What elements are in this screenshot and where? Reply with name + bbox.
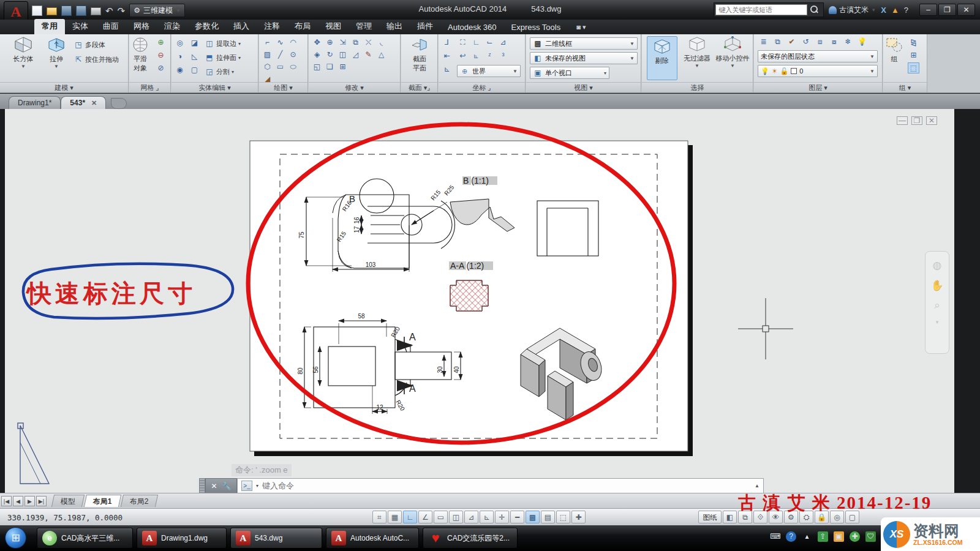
autoscale-icon[interactable]: ⚙ xyxy=(784,511,798,523)
ucs-named-icon[interactable]: ⊿ xyxy=(497,37,509,48)
layer-dropdown[interactable]: 💡 ☀ 🔓 0▼ xyxy=(758,65,878,77)
visual-style-dropdown[interactable]: ▩ 二维线框▼ xyxy=(530,37,638,50)
snap-toggle[interactable]: ⌗ xyxy=(372,511,386,523)
tab-layout2[interactable]: 布局2 xyxy=(121,495,158,507)
move-icon[interactable]: ✥ xyxy=(311,37,323,48)
input-method-icon[interactable]: ⌨ xyxy=(770,531,780,542)
polysolid-button[interactable]: ◳ 多段体 xyxy=(74,39,105,51)
stretch-icon[interactable]: ⇲ xyxy=(337,37,349,48)
quickview-drawings-icon[interactable]: ⧉ xyxy=(738,511,752,523)
tab-annotate[interactable]: 注释 xyxy=(257,19,287,34)
chamfer-icon[interactable]: ◿ xyxy=(350,49,361,60)
open-file-icon[interactable] xyxy=(47,7,57,15)
group-select-toggle-icon[interactable]: ⬚ xyxy=(908,62,919,73)
copy-icon[interactable]: ⧉ xyxy=(350,37,361,48)
transparency-toggle[interactable]: ▩ xyxy=(526,511,540,523)
layer-match-icon[interactable]: ⧉ xyxy=(772,36,783,47)
annotation-monitor-toggle[interactable]: ✚ xyxy=(571,511,586,523)
filter-button[interactable]: 无过滤器▼ xyxy=(680,36,714,69)
ucs-x-icon[interactable]: ⇤ xyxy=(441,50,453,61)
close-icon[interactable]: ✕ xyxy=(211,482,217,490)
layer-prev-icon[interactable]: ↺ xyxy=(800,36,812,47)
taskbar-item-543[interactable]: A 543.dwg xyxy=(230,528,322,549)
tab-output[interactable]: 输出 xyxy=(379,19,410,34)
tab-mesh[interactable]: 网格 xyxy=(126,19,157,34)
3drotate-icon[interactable]: ⊕ xyxy=(324,37,336,48)
group-edit-icon[interactable]: ⊞ xyxy=(908,50,919,61)
exchange-apps-icon[interactable]: X xyxy=(881,6,886,15)
ortho-toggle[interactable]: ∟ xyxy=(403,511,417,523)
app-menu-button[interactable]: A xyxy=(4,1,28,22)
panel-label-solid-editing[interactable]: 实体编辑 ▾ xyxy=(172,82,258,92)
tab-insert[interactable]: 插入 xyxy=(226,19,257,34)
redo-icon[interactable]: ↷ xyxy=(118,6,126,16)
updater-icon[interactable]: ▣ xyxy=(834,531,844,542)
panel-label-mesh[interactable]: 网格 ⌟ xyxy=(129,82,170,92)
polygon-icon[interactable]: ⬡ xyxy=(262,61,273,72)
steering-wheel-icon[interactable]: ◍ xyxy=(925,259,949,272)
panel-label-coordinates[interactable]: 坐标 ⌟ xyxy=(439,82,525,92)
line-icon[interactable]: ╱ xyxy=(274,49,286,60)
save-icon[interactable] xyxy=(61,6,72,16)
navigation-bar[interactable]: ◍ ✋ ⌕ ▾ xyxy=(925,251,949,354)
workspace-switch-icon[interactable]: ⛭ xyxy=(799,511,813,523)
osnap-toggle[interactable]: ▭ xyxy=(434,511,448,523)
box-button[interactable]: 长方体▼ xyxy=(9,37,38,69)
grid-toggle[interactable]: ▦ xyxy=(388,511,402,523)
panel-label-layers[interactable]: 图层 ▾ xyxy=(754,82,882,92)
ucs-icon[interactable]: ⅃ xyxy=(441,37,453,48)
plot-icon[interactable] xyxy=(91,7,101,15)
paper-model-toggle[interactable]: 图纸 xyxy=(698,511,722,523)
culling-button[interactable]: 剔除 xyxy=(647,36,677,80)
command-grip-handle[interactable] xyxy=(199,478,205,493)
signin-user[interactable]: 古滇艾米 ▼ xyxy=(829,5,876,15)
close-tab-icon[interactable]: ✕ xyxy=(91,99,97,107)
annotation-scale-icon[interactable]: ⟐ xyxy=(753,511,767,523)
help-tray-icon[interactable]: ? xyxy=(786,531,796,542)
subtract-icon[interactable]: ◑ xyxy=(174,51,186,62)
layer-properties-icon[interactable]: ≣ xyxy=(758,36,769,47)
layer-freeze-icon[interactable]: ❄ xyxy=(842,36,854,47)
search-icon[interactable] xyxy=(810,6,819,14)
panel-label-groups[interactable]: 组 ▾ xyxy=(883,82,927,92)
prev-layout-icon[interactable]: ◀ xyxy=(13,496,23,506)
isolate-objects-icon[interactable]: ◎ xyxy=(830,511,844,523)
tab-manage[interactable]: 管理 xyxy=(349,19,379,34)
dyn-toggle[interactable]: ✛ xyxy=(495,511,509,523)
usb-icon[interactable]: ⇪ xyxy=(818,531,828,542)
drawing-canvas[interactable]: 75 103 16 17 R16 R15 R15 R25 B B (1:1) xyxy=(5,109,954,493)
mesh-crease-icon[interactable]: ⊘ xyxy=(155,62,167,73)
ducs-toggle[interactable]: ⊾ xyxy=(480,511,494,523)
taskbar-item-autodesk[interactable]: A Autodesk AutoC... xyxy=(326,528,419,549)
tab-plugins[interactable]: 插件 xyxy=(410,19,440,34)
ungroup-icon[interactable]: ⧎ xyxy=(908,37,919,48)
last-layout-icon[interactable]: ▶| xyxy=(36,496,47,506)
ellipse-icon[interactable]: ⬭ xyxy=(287,61,299,72)
layer-isolate-icon[interactable]: ⧈ xyxy=(814,36,826,47)
ucs-3point-icon[interactable]: ³ xyxy=(497,50,509,61)
slice-icon[interactable]: ◪ xyxy=(189,37,200,48)
extract-edges-button[interactable]: ◫ 提取边▾ xyxy=(205,38,241,50)
lock-ui-icon[interactable]: 🔒 xyxy=(815,511,829,523)
separate-button[interactable]: ◲ 分割▾ xyxy=(205,66,234,78)
tab-render[interactable]: 渲染 xyxy=(157,19,187,34)
extrude-faces-button[interactable]: ⬒ 拉伸面▾ xyxy=(205,52,241,64)
workspace-dropdown[interactable]: ⚙ 三维建模 ▼ xyxy=(129,4,185,17)
annotation-visibility-icon[interactable]: 👁 xyxy=(769,511,783,523)
tab-express-tools[interactable]: Express Tools xyxy=(504,21,568,34)
tab-view[interactable]: 视图 xyxy=(318,19,349,34)
recent-commands-icon[interactable]: ▲ xyxy=(755,483,760,489)
presspull-button[interactable]: ⇱ 按住并拖动 xyxy=(74,54,119,66)
tab-solid[interactable]: 实体 xyxy=(65,19,96,34)
tab-home[interactable]: 常用 xyxy=(34,19,65,34)
command-prompt-icon[interactable]: >_ xyxy=(241,481,252,491)
lwt-toggle[interactable]: ━ xyxy=(510,511,524,523)
help-icon[interactable]: ? xyxy=(904,6,908,15)
interfere-icon[interactable]: ◺ xyxy=(189,51,200,62)
ucs-origin-icon[interactable]: ⌙ xyxy=(484,37,496,48)
file-tab-drawing1[interactable]: Drawing1* xyxy=(9,96,61,109)
command-input-field[interactable]: >_ ▾ ▲ xyxy=(237,478,764,493)
scale-icon[interactable]: △ xyxy=(375,49,387,60)
tab-layout[interactable]: 布局 xyxy=(287,19,318,34)
polyline-icon[interactable]: ⌐ xyxy=(262,37,273,48)
